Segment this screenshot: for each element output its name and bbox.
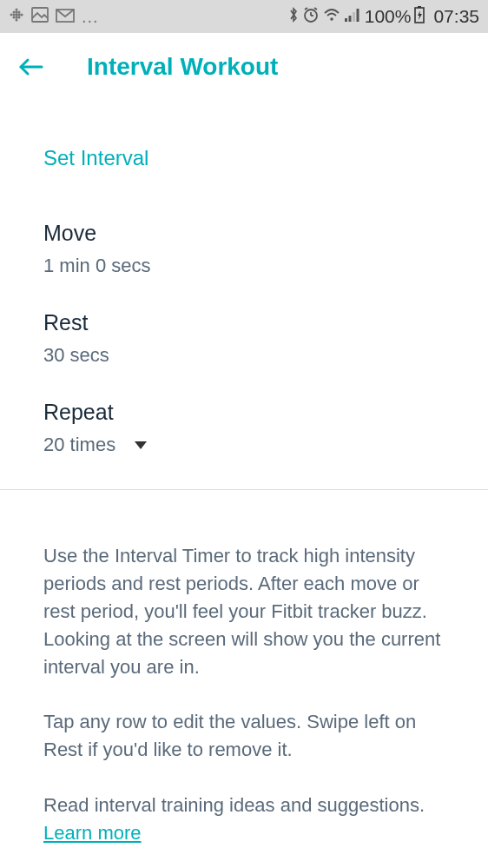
svg-point-11: [17, 16, 20, 18]
svg-point-20: [330, 17, 333, 21]
info-paragraph-2: Tap any row to edit the values. Swipe le…: [43, 708, 445, 764]
svg-rect-21: [345, 18, 347, 22]
svg-rect-22: [348, 16, 351, 22]
row-repeat-value: 20 times: [43, 434, 445, 456]
image-icon: [31, 7, 49, 27]
section-header: Set Interval: [0, 101, 488, 188]
svg-point-5: [15, 10, 17, 13]
back-button[interactable]: [17, 56, 52, 78]
row-rest-label: Rest: [43, 310, 445, 335]
row-repeat-value-text: 20 times: [43, 434, 115, 456]
row-repeat-label: Repeat: [43, 400, 445, 425]
svg-point-1: [13, 10, 16, 13]
app-header: Interval Workout: [0, 33, 488, 101]
status-bar: ... 100% 07:35: [0, 0, 488, 33]
content: Set Interval Move 1 min 0 secs Rest 30 s…: [0, 101, 488, 847]
status-left: ...: [9, 7, 99, 27]
svg-line-19: [314, 8, 317, 10]
row-move-label: Move: [43, 221, 445, 246]
learn-more-link[interactable]: Learn more: [43, 822, 142, 844]
info-text: Use the Interval Timer to track high int…: [0, 490, 488, 847]
svg-point-7: [15, 16, 17, 18]
svg-point-10: [17, 13, 20, 16]
row-rest[interactable]: Rest 30 secs: [0, 277, 488, 367]
svg-point-8: [16, 18, 18, 21]
alarm-icon: [302, 6, 320, 28]
signal-icon: [344, 6, 359, 27]
fitbit-icon: [9, 7, 24, 27]
svg-rect-26: [418, 6, 421, 8]
svg-point-6: [15, 13, 18, 17]
svg-marker-27: [418, 10, 422, 20]
info-paragraph-1: Use the Interval Timer to track high int…: [43, 542, 445, 680]
row-move[interactable]: Move 1 min 0 secs: [0, 188, 488, 277]
info-paragraph-3-text: Read interval training ideas and suggest…: [43, 794, 425, 816]
more-icon: ...: [82, 7, 99, 27]
battery-charging-icon: [414, 6, 425, 28]
clock-time: 07:35: [433, 6, 479, 27]
row-move-value: 1 min 0 secs: [43, 255, 445, 277]
svg-line-18: [305, 8, 307, 10]
svg-point-4: [16, 8, 18, 10]
bluetooth-icon: [288, 6, 299, 28]
svg-point-0: [10, 13, 13, 16]
status-right: 100% 07:35: [288, 6, 479, 28]
row-rest-value: 30 secs: [43, 344, 445, 367]
svg-point-9: [17, 10, 20, 13]
svg-rect-24: [356, 9, 359, 22]
wifi-icon: [323, 6, 340, 27]
page-title: Interval Workout: [87, 53, 278, 81]
svg-rect-23: [353, 12, 355, 22]
svg-point-2: [12, 13, 15, 16]
info-paragraph-3: Read interval training ideas and suggest…: [43, 792, 445, 847]
battery-percentage: 100%: [365, 6, 412, 27]
mail-icon: [56, 7, 75, 27]
row-repeat[interactable]: Repeat 20 times: [0, 367, 488, 456]
chevron-down-icon: [135, 441, 147, 449]
svg-point-3: [13, 16, 16, 18]
svg-point-12: [20, 13, 23, 16]
